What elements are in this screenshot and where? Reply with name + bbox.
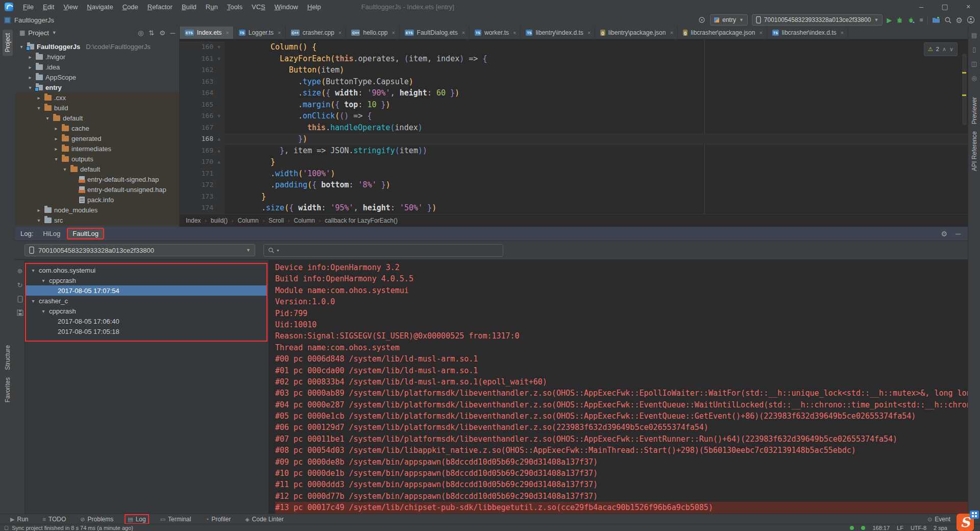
target-icon[interactable] [698, 16, 706, 24]
menu-item-code[interactable]: Code [118, 3, 143, 11]
fault-tree-row[interactable]: ▾cppcrash [26, 275, 266, 285]
warning-stripe-mark[interactable] [962, 72, 966, 74]
menu-item-tools[interactable]: Tools [223, 3, 247, 11]
tool-button-log[interactable]: ▤Log [126, 515, 148, 523]
device-icon[interactable]: ▯ [972, 46, 976, 53]
fault-tree-row[interactable]: ▾com.ohos.systemui [26, 265, 266, 275]
tree-row[interactable]: entry-default-signed.hap [15, 174, 179, 184]
tool-button-todo[interactable]: ≡TODO [40, 515, 68, 523]
device-selector[interactable]: 7001005458323933328a013ce2f33800 ▼ [752, 14, 883, 26]
tree-row[interactable]: ▸.idea [15, 62, 179, 72]
close-icon[interactable]: × [278, 30, 281, 36]
tree-row[interactable]: ▸.cxx [15, 92, 179, 103]
editor-tab-index-ets[interactable]: ETSIndex.ets× [180, 27, 234, 39]
tree-row[interactable]: ▸node_modules [15, 205, 179, 215]
close-icon[interactable]: × [226, 30, 229, 36]
editor-tab-faultdialog-ets[interactable]: ETSFaultDialog.ets× [400, 27, 470, 39]
close-icon[interactable]: × [841, 30, 844, 36]
stop-button[interactable]: ■ [919, 16, 923, 23]
code-editor[interactable]: 160▿Column() {161▿LazyForEach(this.opera… [180, 39, 968, 214]
tree-row[interactable]: ▾entry [15, 82, 179, 92]
close-icon[interactable]: × [392, 30, 395, 36]
settings-icon[interactable]: ⚙ [941, 230, 948, 238]
tree-row[interactable]: ▸cache [15, 123, 179, 133]
close-icon[interactable]: × [513, 30, 516, 36]
chevron-down-icon[interactable]: ▾ [36, 218, 42, 223]
project-breadcrumb[interactable]: FaultloggerJs [14, 16, 54, 24]
fault-tree-row[interactable]: 2017-08-05 17:05:18 [26, 326, 266, 336]
close-icon[interactable]: × [462, 30, 465, 36]
editor-tab-crasher-cpp[interactable]: C++crasher.cpp× [286, 27, 347, 39]
menu-item-run[interactable]: Run [201, 3, 223, 11]
fold-down-icon[interactable]: ▿ [215, 110, 223, 122]
fault-log-output[interactable]: Device info:OpenHarmony 3.2Build info:Op… [269, 260, 968, 514]
fold-down-icon[interactable]: ▿ [215, 41, 223, 53]
code-line[interactable]: 162Button(item) [180, 64, 968, 76]
project-panel-title[interactable]: Project [28, 29, 48, 37]
tree-row[interactable]: ▾src [15, 215, 179, 225]
status-message[interactable]: Sync project finished in 8 s 74 ms (a mi… [12, 525, 133, 531]
fold-up-icon[interactable]: ▵ [215, 156, 223, 168]
avatar[interactable] [967, 16, 975, 24]
chevron-down-icon[interactable]: ▼ [52, 30, 57, 35]
editor-tab-libcrasher-package-json[interactable]: {}libcrasher\package.json× [678, 27, 767, 39]
chevron-down-icon[interactable]: ▾ [36, 105, 42, 111]
globe-icon[interactable]: ⊕ [17, 267, 23, 275]
layout-icon[interactable]: ◫ [971, 60, 977, 67]
chevron-down-icon[interactable]: ▾ [30, 268, 36, 273]
inspection-widget[interactable]: ⚠ 2 ∧ ∨ [924, 42, 958, 56]
editor-tab-hello-cpp[interactable]: C++hello.cpp× [346, 27, 400, 39]
tool-tab-project[interactable]: Project [3, 30, 13, 56]
menu-item-vcs[interactable]: VCS [247, 3, 270, 11]
editor-scrollbar[interactable] [962, 54, 967, 125]
search-everywhere-icon[interactable] [944, 16, 952, 24]
breadcrumb-item[interactable]: callback for LazyForEach() [325, 217, 398, 224]
minimize-button[interactable]: – [910, 0, 933, 13]
editor-tab-worker-ts[interactable]: TSworker.ts× [470, 27, 521, 39]
next-issue-icon[interactable]: ∨ [949, 43, 953, 55]
line-ending[interactable]: LF [897, 525, 903, 531]
tree-row[interactable]: pack.info [15, 195, 179, 205]
tree-row[interactable]: ▾outputs [15, 154, 179, 164]
chevron-down-icon[interactable]: ▾ [30, 298, 36, 304]
code-line[interactable]: 167this.handleOperate(index) [180, 122, 968, 134]
fault-tree-row[interactable]: ▾crasher_c [26, 296, 266, 306]
chevron-down-icon[interactable]: ▾ [62, 166, 68, 172]
fold-up-icon[interactable]: ▵ [215, 133, 223, 145]
fault-tree-row[interactable]: 2017-08-05 17:06:40 [26, 316, 266, 326]
run-button[interactable]: ▶ [887, 16, 892, 24]
caret-position[interactable]: 168:17 [872, 525, 890, 531]
breadcrumb-item[interactable]: Column [293, 217, 314, 224]
chevron-right-icon[interactable]: ▸ [27, 64, 33, 70]
code-line[interactable]: 166▿.onClick(() => { [180, 110, 968, 122]
settings-icon[interactable]: ⚙ [159, 29, 165, 37]
tool-tab-structure[interactable]: Structure [3, 342, 13, 374]
code-line[interactable]: 173} [180, 191, 968, 203]
editor-tab-libentry-index-d-ts[interactable]: TSlibentry\index.d.ts× [521, 27, 595, 39]
close-icon[interactable]: × [759, 30, 762, 36]
tool-button-problems[interactable]: ⊘Problems [78, 515, 115, 523]
settings-gear-icon[interactable]: ⚙ [956, 16, 963, 24]
tree-row[interactable]: ▾default [15, 113, 179, 123]
warning-stripe-mark[interactable] [962, 94, 966, 96]
code-line[interactable]: 163.type(ButtonType.Capsule) [180, 76, 968, 88]
menu-item-refactor[interactable]: Refactor [143, 3, 177, 11]
tool-button-terminal[interactable]: ▭Terminal [158, 515, 193, 523]
close-icon[interactable]: × [670, 30, 673, 36]
log-tab-hilog[interactable]: HiLog [38, 229, 65, 238]
sync-folder-icon[interactable] [932, 16, 940, 23]
code-line[interactable]: 170▵} [180, 156, 968, 168]
code-line[interactable]: 172.padding({ bottom: '8%' }) [180, 179, 968, 191]
code-line[interactable]: 160▿Column() { [180, 41, 968, 53]
editor-tab-libcrasher-index-d-ts[interactable]: TSlibcrasher\index.d.ts× [767, 27, 848, 39]
close-icon[interactable]: × [587, 30, 591, 36]
chevron-down-icon[interactable]: ▾ [44, 115, 51, 121]
module-selector[interactable]: entry ▼ [710, 14, 748, 26]
prev-issue-icon[interactable]: ∧ [942, 43, 946, 55]
chevron-down-icon[interactable]: ▾ [18, 44, 24, 50]
code-line[interactable]: 164.size({ width: '90%', height: 60 }) [180, 87, 968, 99]
menu-item-edit[interactable]: Edit [38, 3, 59, 11]
close-button[interactable]: × [957, 0, 980, 13]
tool-button-profiler[interactable]: ◔Profiler [203, 515, 233, 523]
tree-row[interactable]: ▾FaultloggerJsD:\code\FaultloggerJs [15, 41, 179, 52]
